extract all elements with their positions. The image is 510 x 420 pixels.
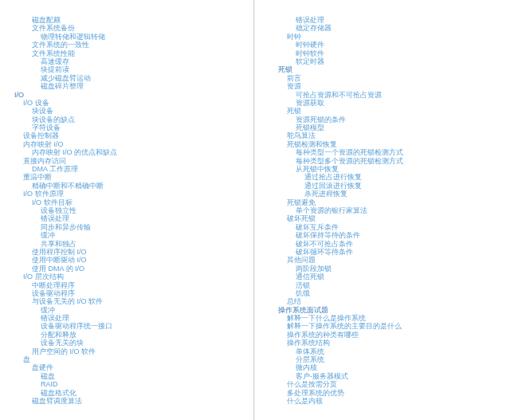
toc-item[interactable]: 减少磁盘臂运动 bbox=[14, 74, 255, 82]
toc-item[interactable]: 微内核 bbox=[269, 363, 510, 371]
toc-item[interactable]: 中断处理程序 bbox=[14, 281, 255, 289]
toc-item[interactable]: 操作系统的种类有哪些 bbox=[269, 331, 510, 339]
toc-item[interactable]: 资源死锁的条件 bbox=[269, 116, 510, 124]
toc-item[interactable]: 块设备 bbox=[14, 107, 255, 115]
toc-item[interactable]: 盘 bbox=[14, 355, 255, 363]
toc-item[interactable]: 缓冲 bbox=[14, 231, 255, 239]
toc-item[interactable]: 精确中断和不精确中断 bbox=[14, 182, 255, 190]
toc-item[interactable]: 总结 bbox=[269, 297, 510, 305]
toc-item[interactable]: 单个资源的银行家算法 bbox=[269, 206, 510, 214]
toc-item[interactable]: 客户-服务器模式 bbox=[269, 372, 510, 380]
toc-item[interactable]: 使用程序控制 I/O bbox=[14, 248, 255, 256]
toc-item[interactable]: 资源 bbox=[269, 82, 510, 90]
toc-item[interactable]: 物理转储和逻辑转储 bbox=[14, 33, 255, 41]
toc-item[interactable]: 什么是按需分页 bbox=[269, 380, 510, 388]
toc-item[interactable]: 其他问题 bbox=[269, 256, 510, 264]
toc-item[interactable]: 什么是内核 bbox=[269, 397, 510, 405]
toc-item[interactable]: 文件系统的一致性 bbox=[14, 41, 255, 49]
toc-item[interactable]: 分配和释放 bbox=[14, 331, 255, 339]
toc-item[interactable]: 设备驱动程序 bbox=[14, 289, 255, 297]
toc-item[interactable]: I/O 设备 bbox=[14, 99, 255, 107]
toc-item[interactable]: 解释一下操作系统的主要目的是什么 bbox=[269, 322, 510, 330]
toc-item[interactable]: DMA 工作原理 bbox=[14, 165, 255, 173]
toc-item[interactable]: I/O 软件原理 bbox=[14, 190, 255, 198]
toc-item[interactable]: 时钟硬件 bbox=[269, 41, 510, 49]
toc-item[interactable]: 用户空间的 I/O 软件 bbox=[14, 347, 255, 355]
toc-item[interactable]: 设备控制器 bbox=[14, 131, 255, 139]
toc-item[interactable]: 通信死锁 bbox=[269, 273, 510, 281]
toc-item[interactable]: 设备独立性 bbox=[14, 206, 255, 214]
toc-item[interactable]: 文件系统性能 bbox=[14, 49, 255, 57]
toc-item[interactable]: 内存映射 I/O 的优点和缺点 bbox=[14, 148, 255, 156]
toc-item[interactable]: 同步和异步传输 bbox=[14, 223, 255, 231]
toc-item[interactable]: 直接内存访问 bbox=[14, 157, 255, 165]
toc-item[interactable]: 磁盘配额 bbox=[14, 16, 255, 24]
toc-item[interactable]: I/O 软件目标 bbox=[14, 198, 255, 206]
toc-item[interactable]: RAID bbox=[14, 380, 255, 388]
toc-item[interactable]: 重温中断 bbox=[14, 173, 255, 181]
toc-item[interactable]: 破坏循环等待条件 bbox=[269, 248, 510, 256]
toc-item[interactable]: 单体系统 bbox=[269, 347, 510, 355]
toc-item[interactable]: 每种类型一个资源的死锁检测方式 bbox=[269, 148, 510, 156]
toc-item[interactable]: 块设备的缺点 bbox=[14, 116, 255, 124]
toc-item[interactable]: 软定时器 bbox=[269, 57, 510, 65]
toc-item[interactable]: 破坏死锁 bbox=[269, 214, 510, 222]
toc-item[interactable]: 死锁避免 bbox=[269, 198, 510, 206]
toc-item[interactable]: 死锁检测和恢复 bbox=[269, 140, 510, 148]
toc-item[interactable]: 磁盘 bbox=[14, 372, 255, 380]
toc-item[interactable]: 操作系统面试题 bbox=[269, 306, 510, 314]
toc-item[interactable]: 每种类型多个资源的死锁检测方式 bbox=[269, 157, 510, 165]
toc-item-label: 软定时器 bbox=[296, 57, 324, 65]
toc-item[interactable]: 鸵鸟算法 bbox=[269, 131, 510, 139]
toc-item[interactable]: 饥饿 bbox=[269, 289, 510, 297]
toc-item[interactable]: 两阶段加锁 bbox=[269, 265, 510, 273]
toc-item[interactable]: 前言 bbox=[269, 74, 510, 82]
toc-item[interactable]: 从死锁中恢复 bbox=[269, 165, 510, 173]
toc-item[interactable]: 错误处理 bbox=[269, 16, 510, 24]
toc-item[interactable]: 分层系统 bbox=[269, 355, 510, 363]
toc-item[interactable]: 稳定存储器 bbox=[269, 24, 510, 32]
toc-item[interactable]: 内存映射 I/O bbox=[14, 140, 255, 148]
toc-item[interactable]: 缓冲 bbox=[14, 306, 255, 314]
toc-item[interactable]: 设备无关的块 bbox=[14, 339, 255, 347]
toc-item[interactable]: 块提前读 bbox=[14, 65, 255, 73]
toc-item[interactable]: 杀死进程恢复 bbox=[269, 190, 510, 198]
toc-item-label: DMA 工作原理 bbox=[32, 165, 78, 173]
toc-item-label: I/O 软件目标 bbox=[32, 198, 73, 206]
toc-item[interactable]: 死锁 bbox=[269, 65, 510, 73]
toc-item[interactable]: 死锁模型 bbox=[269, 124, 510, 131]
toc-item[interactable]: 磁盘格式化 bbox=[14, 389, 255, 397]
toc-item[interactable]: 使用 DMA 的 I/O bbox=[14, 265, 255, 273]
toc-item[interactable]: I/O 层次结构 bbox=[14, 273, 255, 281]
toc-item[interactable]: 活锁 bbox=[269, 281, 510, 289]
toc-item[interactable]: 可抢占资源和不可抢占资源 bbox=[269, 91, 510, 99]
toc-item[interactable]: 时钟软件 bbox=[269, 49, 510, 57]
toc-item[interactable]: I/O bbox=[14, 91, 255, 99]
toc-item[interactable]: 错误处理 bbox=[14, 214, 255, 222]
toc-item[interactable]: 共享和独占 bbox=[14, 240, 255, 248]
toc-item[interactable]: 资源获取 bbox=[269, 99, 510, 107]
toc-item[interactable]: 时钟 bbox=[269, 33, 510, 41]
toc-item[interactable]: 解释一下什么是操作系统 bbox=[269, 314, 510, 322]
toc-item[interactable]: 错误处理 bbox=[14, 314, 255, 322]
toc-item[interactable]: 高速缓存 bbox=[14, 57, 255, 65]
toc-item-label: 磁盘臂调度算法 bbox=[32, 397, 82, 405]
toc-item[interactable]: 磁盘碎片整理 bbox=[14, 82, 255, 90]
toc-item[interactable]: 设备驱动程序统一接口 bbox=[14, 322, 255, 330]
toc-item[interactable]: 破坏保持等待的条件 bbox=[269, 231, 510, 239]
toc-item-label: 死锁避免 bbox=[287, 198, 316, 206]
toc-item[interactable]: 破坏互斥条件 bbox=[269, 223, 510, 231]
toc-item-label: 单个资源的银行家算法 bbox=[296, 206, 367, 214]
toc-item[interactable]: 盘硬件 bbox=[14, 363, 255, 371]
toc-item[interactable]: 使用中断驱动 I/O bbox=[14, 256, 255, 264]
toc-item[interactable]: 字符设备 bbox=[14, 124, 255, 131]
toc-item[interactable]: 操作系统结构 bbox=[269, 339, 510, 347]
toc-item[interactable]: 与设备无关的 I/O 软件 bbox=[14, 297, 255, 305]
toc-item[interactable]: 通过回滚进行恢复 bbox=[269, 182, 510, 190]
toc-item[interactable]: 破坏不可抢占条件 bbox=[269, 240, 510, 248]
toc-item[interactable]: 文件系统备份 bbox=[14, 24, 255, 32]
toc-item[interactable]: 死锁 bbox=[269, 107, 510, 115]
toc-item[interactable]: 多处理系统的优势 bbox=[269, 389, 510, 397]
toc-item[interactable]: 通过抢占进行恢复 bbox=[269, 173, 510, 181]
toc-item[interactable]: 磁盘臂调度算法 bbox=[14, 397, 255, 405]
